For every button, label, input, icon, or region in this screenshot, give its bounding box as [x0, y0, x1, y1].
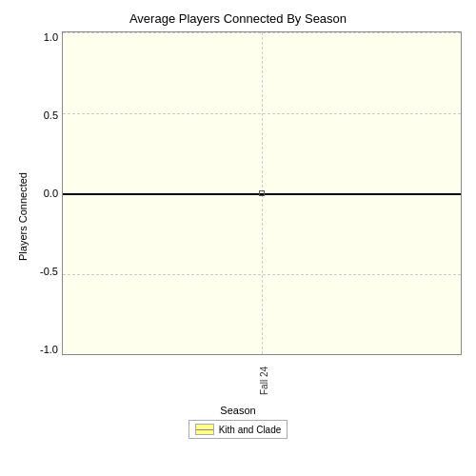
chart-title: Average Players Connected By Season	[129, 11, 347, 26]
x-tick-label-fall24: Fall 24	[259, 357, 269, 395]
x-tick-area	[66, 355, 198, 403]
plot-and-yaxis: 1.0 0.5 0.0 -0.5 -1.0	[33, 31, 462, 355]
x-ticks: Fall 24	[33, 355, 462, 403]
plot-box	[62, 31, 462, 355]
chart-area: Players Connected 1.0 0.5 0.0 -0.5 -1.0	[14, 31, 462, 403]
y-tick-1: 1.0	[44, 31, 58, 43]
chart-inner: 1.0 0.5 0.0 -0.5 -1.0	[33, 31, 462, 403]
x-tick-area-right	[329, 355, 462, 403]
x-axis-label: Season	[220, 405, 255, 416]
legend-area: Kith and Clade	[188, 420, 288, 439]
y-tick-2: 0.5	[44, 109, 58, 121]
legend-label: Kith and Clade	[219, 425, 282, 435]
y-tick-5: -1.0	[40, 344, 58, 355]
x-tick-fall24: Fall 24	[198, 355, 330, 403]
y-ticks: 1.0 0.5 0.0 -0.5 -1.0	[33, 31, 62, 355]
data-point	[259, 190, 265, 196]
y-tick-4: -0.5	[40, 266, 58, 277]
chart-container: Average Players Connected By Season Play…	[0, 0, 476, 476]
y-axis-label: Players Connected	[14, 31, 31, 403]
y-tick-3: 0.0	[44, 188, 58, 199]
legend-icon	[195, 424, 214, 435]
